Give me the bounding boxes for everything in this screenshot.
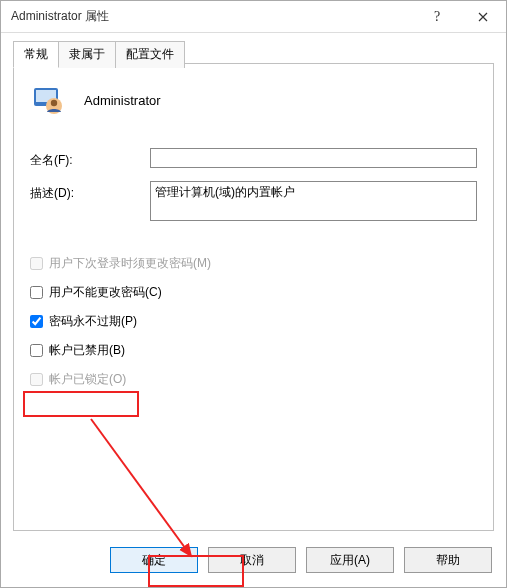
tab-page-general: Administrator 全名(F): 描述(D): 用户下次登录时须更改密码… bbox=[13, 63, 494, 531]
check-account-disabled[interactable]: 帐户已禁用(B) bbox=[30, 342, 477, 359]
close-icon[interactable] bbox=[460, 1, 506, 33]
check-cannot-change[interactable]: 用户不能更改密码(C) bbox=[30, 284, 477, 301]
help-button[interactable]: 帮助 bbox=[404, 547, 492, 573]
check-must-change: 用户下次登录时须更改密码(M) bbox=[30, 255, 477, 272]
ok-button[interactable]: 确定 bbox=[110, 547, 198, 573]
tab-strip: 常规 隶属于 配置文件 bbox=[13, 41, 494, 68]
check-never-expire-box[interactable] bbox=[30, 315, 43, 328]
check-cannot-change-box[interactable] bbox=[30, 286, 43, 299]
tab-profile[interactable]: 配置文件 bbox=[115, 41, 185, 68]
apply-button[interactable]: 应用(A) bbox=[306, 547, 394, 573]
tab-general[interactable]: 常规 bbox=[13, 41, 59, 68]
user-icon bbox=[30, 82, 66, 118]
description-label: 描述(D): bbox=[30, 181, 150, 202]
account-name: Administrator bbox=[84, 93, 161, 108]
identity-row: Administrator bbox=[30, 82, 477, 118]
fullname-label: 全名(F): bbox=[30, 148, 150, 169]
fullname-input[interactable] bbox=[150, 148, 477, 168]
help-icon[interactable]: ? bbox=[414, 1, 460, 33]
cancel-button[interactable]: 取消 bbox=[208, 547, 296, 573]
tab-host: 常规 隶属于 配置文件 Administrator 全名(F): bbox=[13, 41, 494, 531]
tab-memberof[interactable]: 隶属于 bbox=[58, 41, 116, 68]
check-must-change-box bbox=[30, 257, 43, 270]
check-never-expire[interactable]: 密码永不过期(P) bbox=[30, 313, 477, 330]
properties-window: Administrator 属性 ? 常规 隶属于 配置文件 bbox=[0, 0, 507, 588]
window-title: Administrator 属性 bbox=[11, 8, 414, 25]
titlebar: Administrator 属性 ? bbox=[1, 1, 506, 33]
svg-point-3 bbox=[51, 100, 57, 106]
field-fullname: 全名(F): bbox=[30, 148, 477, 169]
description-input[interactable] bbox=[150, 181, 477, 221]
check-account-locked: 帐户已锁定(O) bbox=[30, 371, 477, 388]
check-account-locked-box bbox=[30, 373, 43, 386]
field-description: 描述(D): bbox=[30, 181, 477, 221]
dialog-buttons: 确定 取消 应用(A) 帮助 bbox=[110, 547, 492, 573]
check-account-disabled-box[interactable] bbox=[30, 344, 43, 357]
